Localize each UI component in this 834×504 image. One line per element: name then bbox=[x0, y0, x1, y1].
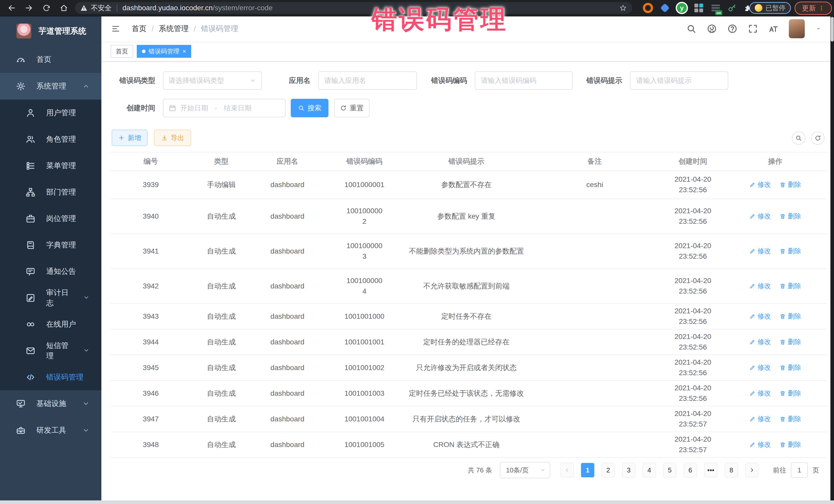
dev-tools-icon bbox=[16, 425, 26, 435]
profile-paused-badge[interactable]: 已暂停 bbox=[749, 2, 791, 14]
page-button-8[interactable]: 8 bbox=[725, 463, 738, 477]
edit-link[interactable]: 修改 bbox=[749, 281, 771, 291]
avatar-caret-icon[interactable] bbox=[815, 25, 822, 32]
date-range-picker[interactable]: 开始日期 - 结束日期 bbox=[163, 99, 286, 117]
hamburger-icon[interactable] bbox=[111, 24, 121, 33]
address-bar[interactable]: 不安全 dashboard.yudao.iocoder.cn/system/er… bbox=[75, 2, 632, 14]
tab-close-icon[interactable]: × bbox=[182, 48, 186, 54]
cell-ops: 修改 删除 bbox=[724, 311, 827, 321]
col-id: 编号 bbox=[110, 152, 191, 170]
tab-home[interactable]: 首页 bbox=[111, 45, 133, 58]
cell-app: dashboard bbox=[251, 414, 323, 424]
sidebar-item-菜单管理[interactable]: 菜单管理 bbox=[0, 152, 101, 179]
toggle-search-button[interactable] bbox=[792, 131, 805, 145]
page-button-1[interactable]: 1 bbox=[581, 463, 594, 477]
extension-key-icon[interactable] bbox=[727, 3, 737, 13]
delete-link[interactable]: 删除 bbox=[780, 389, 801, 398]
extension-tampermonkey-icon[interactable]: on bbox=[710, 3, 721, 13]
breadcrumb-home[interactable]: 首页 bbox=[132, 24, 147, 34]
error-hint-input[interactable] bbox=[636, 76, 723, 85]
edit-link[interactable]: 修改 bbox=[749, 414, 771, 424]
sidebar-item-系统管理[interactable]: 系统管理 bbox=[0, 73, 101, 100]
extension-gem-icon[interactable] bbox=[660, 3, 670, 13]
sidebar-item-错误码管理[interactable]: 错误码管理 bbox=[0, 364, 101, 390]
sidebar-item-审计日志[interactable]: 审计日志 bbox=[0, 285, 101, 311]
delete-link[interactable]: 删除 bbox=[780, 311, 801, 321]
delete-link[interactable]: 删除 bbox=[780, 212, 801, 221]
breadcrumb: 首页 / 系统管理 / 错误码管理 bbox=[132, 24, 238, 34]
export-button[interactable]: 导出 bbox=[154, 130, 191, 146]
forward-icon[interactable] bbox=[23, 2, 35, 14]
vertical-scrollbar-thumb[interactable] bbox=[831, 17, 834, 42]
cell-app: dashboard bbox=[251, 180, 323, 190]
github-icon[interactable] bbox=[707, 24, 717, 34]
delete-link[interactable]: 删除 bbox=[780, 246, 801, 256]
goto-label: 前往 bbox=[773, 466, 786, 475]
app-name-input[interactable] bbox=[324, 76, 411, 85]
page-button-5[interactable]: 5 bbox=[663, 463, 676, 477]
edit-link[interactable]: 修改 bbox=[749, 246, 771, 256]
reset-button[interactable]: 重置 bbox=[334, 99, 370, 117]
error-code-input[interactable] bbox=[480, 76, 567, 85]
col-code: 错误码编码 bbox=[323, 152, 405, 170]
home-icon[interactable] bbox=[58, 2, 70, 14]
edit-link[interactable]: 修改 bbox=[749, 389, 771, 398]
sidebar-item-岗位管理[interactable]: 岗位管理 bbox=[0, 205, 101, 232]
reload-icon[interactable] bbox=[41, 2, 52, 14]
sidebar-item-通知公告[interactable]: 通知公告 bbox=[0, 258, 101, 285]
next-page-button[interactable] bbox=[745, 463, 759, 477]
sidebar-logo[interactable]: 芋道管理系统 bbox=[0, 16, 101, 46]
sidebar-item-研发工具[interactable]: 研发工具 bbox=[0, 417, 101, 444]
browser-update-button[interactable]: 更新 bbox=[794, 2, 832, 15]
page-button-4[interactable]: 4 bbox=[642, 463, 656, 477]
sidebar-item-部门管理[interactable]: 部门管理 bbox=[0, 179, 101, 205]
add-button[interactable]: 新增 bbox=[112, 130, 148, 146]
help-icon[interactable] bbox=[727, 24, 738, 34]
sidebar-item-在线用户[interactable]: 在线用户 bbox=[0, 311, 101, 337]
font-size-icon[interactable] bbox=[768, 24, 778, 34]
edit-link[interactable]: 修改 bbox=[749, 311, 771, 321]
delete-link[interactable]: 删除 bbox=[780, 180, 801, 190]
header-search-icon[interactable] bbox=[686, 24, 697, 34]
extension-orange-icon[interactable] bbox=[643, 3, 653, 13]
error-type-select[interactable]: 请选择错误码类型 bbox=[163, 71, 262, 90]
breadcrumb-system[interactable]: 系统管理 bbox=[159, 24, 189, 34]
prev-page-button[interactable] bbox=[561, 463, 574, 477]
delete-link[interactable]: 删除 bbox=[780, 414, 801, 424]
extension-y-icon[interactable]: y bbox=[677, 3, 687, 13]
cell-id: 3946 bbox=[110, 388, 191, 399]
delete-link[interactable]: 删除 bbox=[780, 281, 801, 291]
page-more-button[interactable]: ••• bbox=[704, 463, 718, 477]
refresh-table-button[interactable] bbox=[811, 131, 825, 145]
goto-page-input[interactable] bbox=[791, 462, 808, 478]
browser-menu-icon[interactable] bbox=[818, 5, 825, 12]
sidebar-item-首页[interactable]: 首页 bbox=[0, 46, 101, 73]
user-avatar[interactable] bbox=[789, 19, 805, 38]
sidebar-item-短信管理[interactable]: 短信管理 bbox=[0, 337, 101, 364]
sidebar-item-字典管理[interactable]: 字典管理 bbox=[0, 232, 101, 258]
page-size-select[interactable]: 10条/页 bbox=[500, 462, 550, 478]
delete-link[interactable]: 删除 bbox=[780, 363, 801, 373]
edit-link[interactable]: 修改 bbox=[749, 337, 771, 347]
back-icon[interactable] bbox=[6, 2, 18, 14]
edit-link[interactable]: 修改 bbox=[749, 212, 771, 221]
page-button-6[interactable]: 6 bbox=[684, 463, 697, 477]
extension-squares-icon[interactable] bbox=[694, 3, 704, 13]
delete-link[interactable]: 删除 bbox=[780, 440, 801, 450]
edit-link[interactable]: 修改 bbox=[749, 180, 771, 190]
horizontal-scrollbar[interactable] bbox=[0, 500, 834, 504]
edit-link[interactable]: 修改 bbox=[749, 363, 771, 373]
sidebar-item-角色管理[interactable]: 角色管理 bbox=[0, 126, 101, 152]
delete-link[interactable]: 删除 bbox=[780, 337, 801, 347]
bookmark-star-icon[interactable] bbox=[619, 4, 627, 12]
page-button-3[interactable]: 3 bbox=[622, 463, 635, 477]
edit-link[interactable]: 修改 bbox=[749, 440, 771, 450]
sidebar-item-用户管理[interactable]: 用户管理 bbox=[0, 100, 101, 126]
sidebar-item-基础设施[interactable]: 基础设施 bbox=[0, 390, 101, 417]
tab-error-code[interactable]: 错误码管理 × bbox=[137, 45, 191, 58]
vertical-scrollbar[interactable] bbox=[830, 16, 834, 500]
page-button-2[interactable]: 2 bbox=[601, 463, 615, 477]
search-button[interactable]: 搜索 bbox=[291, 99, 328, 117]
fullscreen-icon[interactable] bbox=[748, 24, 758, 34]
cell-time: 2021-04-20 23:52:56 bbox=[662, 306, 724, 327]
